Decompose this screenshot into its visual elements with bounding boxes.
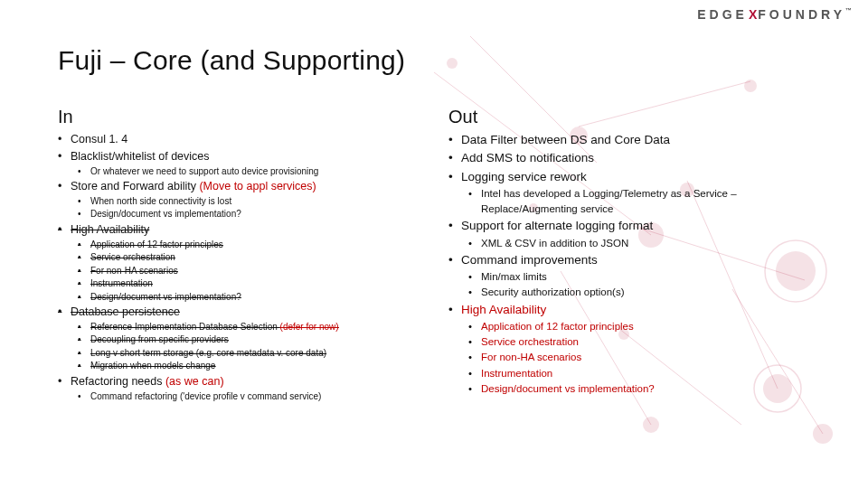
sub-item-text: Design/document vs implementation? — [481, 383, 655, 394]
list-item: Support for alternate logging formatXML … — [448, 217, 817, 251]
sub-list: XML & CSV in addition to JSON — [468, 236, 817, 251]
sub-list-item: Or whatever we need to support auto devi… — [78, 165, 427, 179]
sub-list-item: Service orchestration — [468, 334, 817, 350]
sub-list-item: Command refactoring ('device profile v c… — [78, 390, 427, 404]
sub-item-text: Application of 12 factor principles — [481, 321, 634, 332]
logo-tm: ™ — [845, 7, 852, 14]
item-text: Store and Forward ability — [71, 180, 199, 192]
sub-item-text: Min/max limits — [481, 271, 547, 282]
sub-list-item: Intel has developed a Logging/Telemetry … — [468, 186, 817, 218]
sub-list-item: XML & CSV in addition to JSON — [468, 236, 817, 251]
sub-item-text: For non-HA scenarios — [481, 352, 581, 362]
item-text: Support for alternate logging format — [461, 219, 653, 232]
in-list: Consul 1. 4Blacklist/whitelist of device… — [58, 131, 427, 403]
sub-list: Application of 12 factor principlesServi… — [78, 239, 427, 305]
sub-list: Or whatever we need to support auto devi… — [78, 165, 427, 179]
list-item: Database persistenceReference Implementa… — [58, 304, 427, 373]
sub-item-text: Design/document vs implementation? — [90, 209, 241, 219]
sub-item-text: Instrumentation — [90, 278, 153, 288]
sub-item-text: Migration when models change — [90, 361, 215, 371]
list-item: Command improvementsMin/max limitsSecuri… — [448, 251, 817, 301]
sub-list-item: For non-HA scenarios — [78, 265, 427, 278]
logo-x: X — [749, 7, 757, 22]
in-column: In Consul 1. 4Blacklist/whitelist of dev… — [58, 107, 427, 403]
sub-list-item: Decoupling from specific providers — [78, 333, 427, 347]
list-item: Logging service reworkIntel has develope… — [448, 168, 817, 218]
out-list: Data Filter between DS and Core DataAdd … — [448, 131, 817, 397]
item-text: Data Filter between DS and Core Data — [461, 133, 670, 146]
list-item: Consul 1. 4 — [58, 131, 427, 148]
sub-list: Min/max limitsSecurity authorization opt… — [468, 269, 817, 301]
item-text: Logging service rework — [461, 170, 587, 183]
sub-list-item: For non-HA scenarios — [468, 350, 817, 365]
sub-item-text: Service orchestration — [481, 336, 579, 347]
sub-list-item: When north side connectivity is lost — [78, 195, 427, 209]
item-text: Refactoring needs — [71, 375, 165, 388]
item-text: Consul 1. 4 — [71, 133, 127, 145]
sub-item-text: Command refactoring ('device profile v c… — [90, 391, 321, 401]
sub-item-text: When north side connectivity is lost — [90, 196, 231, 206]
slide-content: Fuji – Core (and Supporting) In Consul 1… — [0, 0, 868, 488]
list-item: High AvailabilityApplication of 12 facto… — [448, 301, 817, 398]
sub-list-item: Design/document vs implementation? — [468, 381, 817, 397]
list-item: Refactoring needs (as we can)Command ref… — [58, 373, 427, 403]
sub-list: Reference Implementation Database Select… — [78, 321, 427, 373]
in-heading: In — [58, 107, 427, 127]
sub-item-text: Design/document vs implementation? — [90, 292, 241, 302]
sub-list-item: Reference Implementation Database Select… — [78, 321, 427, 334]
sub-list-item: Security authorization option(s) — [468, 285, 817, 300]
sub-list: Intel has developed a Logging/Telemetry … — [468, 186, 817, 218]
sub-item-text: XML & CSV in addition to JSON — [481, 238, 628, 249]
sub-item-text: Long v short term storage (e.g. core met… — [90, 348, 326, 358]
logo-right: FOUNDRY — [758, 7, 845, 22]
sub-list-item: Instrumentation — [78, 277, 427, 291]
list-item: Blacklist/whitelist of devicesOr whateve… — [58, 148, 427, 178]
item-text: High Availability — [71, 223, 149, 236]
sub-list-item: Instrumentation — [468, 366, 817, 381]
item-text: Command improvements — [461, 253, 598, 267]
slide-title: Fuji – Core (and Supporting) — [58, 45, 817, 76]
list-item: Store and Forward ability (Move to appl … — [58, 178, 427, 221]
sub-item-text: Reference Implementation Database Select… — [90, 322, 280, 332]
out-heading: Out — [448, 107, 817, 127]
logo-left: EDGE — [697, 7, 748, 22]
sub-list-item: Design/document vs implementation? — [78, 291, 427, 305]
list-item: Data Filter between DS and Core Data — [448, 131, 817, 149]
sub-list-item: Service orchestration — [78, 251, 427, 265]
brand-logo: EDGEXFOUNDRY™ — [697, 7, 852, 22]
sub-list-item: Min/max limits — [468, 269, 817, 285]
sub-list-item: Design/document vs implementation? — [78, 208, 427, 221]
sub-item-text: Decoupling from specific providers — [90, 334, 229, 344]
sub-item-annotation: (defer for now) — [280, 322, 339, 332]
item-text: Add SMS to notifications — [461, 151, 594, 164]
item-annotation: (Move to appl services) — [199, 180, 316, 192]
sub-list-item: Application of 12 factor principles — [78, 239, 427, 252]
sub-list: Application of 12 factor principlesServi… — [468, 319, 817, 397]
sub-list-item: Long v short term storage (e.g. core met… — [78, 347, 427, 361]
list-item: Add SMS to notifications — [448, 149, 817, 167]
sub-item-text: For non-HA scenarios — [90, 266, 178, 276]
list-item: High AvailabilityApplication of 12 facto… — [58, 221, 427, 304]
item-text: High Availability — [461, 303, 546, 316]
sub-item-text: Service orchestration — [90, 252, 175, 262]
sub-item-text: Or whatever we need to support auto devi… — [90, 166, 318, 176]
sub-list-item: Migration when models change — [78, 360, 427, 373]
out-column: Out Data Filter between DS and Core Data… — [448, 107, 817, 403]
sub-list-item: Application of 12 factor principles — [468, 319, 817, 334]
item-text: Database persistence — [71, 305, 180, 318]
sub-item-text: Security authorization option(s) — [481, 286, 625, 297]
sub-item-text: Instrumentation — [481, 368, 552, 379]
sub-list: When north side connectivity is lostDesi… — [78, 195, 427, 221]
sub-item-text: Intel has developed a Logging/Telemetry … — [481, 188, 737, 214]
sub-item-text: Application of 12 factor principles — [90, 239, 223, 249]
sub-list: Command refactoring ('device profile v c… — [78, 390, 427, 404]
item-annotation: (as we can) — [165, 375, 224, 388]
item-text: Blacklist/whitelist of devices — [71, 150, 210, 163]
